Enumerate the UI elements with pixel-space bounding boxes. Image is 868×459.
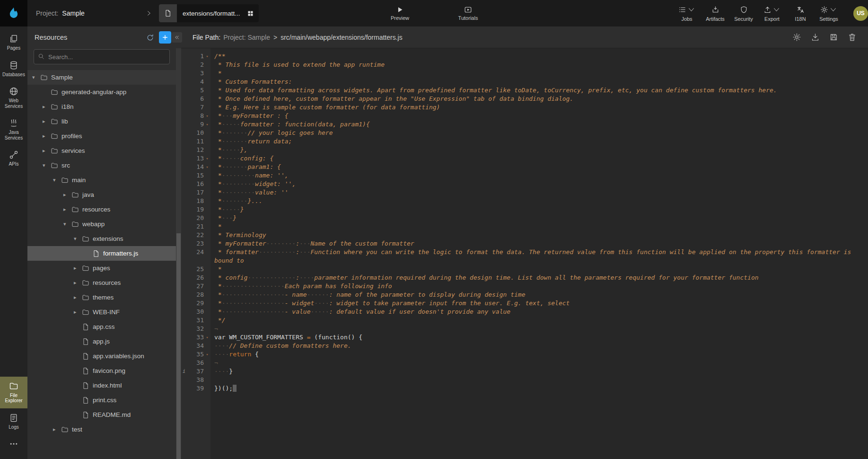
code-text[interactable]: *·······// your logic goes here (210, 129, 868, 137)
code-text[interactable]: *·····config: { (210, 154, 868, 163)
topbar-item-export[interactable]: Export (760, 5, 784, 22)
code-text[interactable]: * Used for data formatting across widget… (210, 86, 868, 95)
topbar-item-security[interactable]: Security (731, 5, 756, 22)
trash-button[interactable] (848, 33, 857, 42)
chevron-down-icon[interactable]: ▾ (63, 221, 71, 227)
code-text[interactable]: })(); (210, 384, 868, 393)
code-text[interactable]: * (210, 69, 868, 78)
fold-arrow-icon[interactable]: ▾ (204, 52, 210, 61)
chevron-right-icon[interactable]: ▸ (43, 104, 51, 110)
tree-item-favicon-png[interactable]: favicon.png (27, 363, 176, 378)
chevron-right-icon[interactable] (146, 9, 152, 18)
open-file-tab[interactable]: extensions/formatt... (159, 4, 259, 22)
code-text[interactable]: *·····} (210, 205, 868, 214)
rail-item-pages[interactable]: Pages (0, 29, 27, 56)
code-text[interactable]: *·······}... (210, 197, 868, 205)
tree-item-app-js[interactable]: app.js (27, 334, 176, 349)
tree-scrollbar-thumb[interactable] (176, 233, 181, 459)
chevron-right-icon[interactable]: ▸ (43, 133, 51, 139)
rail-item-more[interactable] (0, 434, 27, 453)
tree-item-resources[interactable]: ▸resources (27, 275, 176, 290)
tree-item-i18n[interactable]: ▸i18n (27, 99, 176, 114)
code-text[interactable]: *·······return data; (210, 137, 868, 146)
topbar-item-jobs[interactable]: Jobs (675, 5, 699, 22)
code-text[interactable]: * E.g. Here is sample custom formatter (… (210, 103, 868, 112)
save-button[interactable] (829, 33, 838, 42)
fold-arrow-icon[interactable]: ▾ (204, 350, 210, 359)
tree-item-print-css[interactable]: print.css (27, 393, 176, 407)
topbar-item-tutorials[interactable]: Tutorials (456, 6, 481, 21)
tree-item-readme-md[interactable]: README.md (27, 407, 176, 422)
tree-item-web-inf[interactable]: ▸WEB-INF (27, 305, 176, 319)
download-button[interactable] (811, 33, 820, 42)
topbar-item-i18n[interactable]: I18N (788, 5, 813, 22)
code-text[interactable]: */ (210, 316, 868, 325)
chevron-right-icon[interactable]: ▸ (74, 294, 82, 300)
code-text[interactable]: * (210, 222, 868, 231)
code-text[interactable]: *·····formatter : function(data, param1)… (210, 120, 868, 129)
chevron-right-icon[interactable]: ▸ (53, 426, 61, 433)
search-input[interactable] (34, 49, 170, 64)
fold-arrow-icon[interactable]: ▾ (204, 163, 210, 171)
tree-item-test[interactable]: ▸test (27, 422, 176, 437)
gear-button[interactable] (792, 33, 801, 42)
chevron-right-icon[interactable]: ▸ (43, 148, 51, 154)
code-text[interactable]: var WM_CUSTOM_FORMATTERS = (function() { (210, 333, 868, 342)
collapse-panel-button[interactable] (172, 32, 182, 43)
chevron-right-icon[interactable]: ▸ (43, 118, 51, 124)
chevron-right-icon[interactable]: ▸ (74, 280, 82, 286)
chevron-right-icon[interactable]: ▸ (63, 192, 71, 198)
rail-item-java-services[interactable]: Java Services (0, 114, 27, 145)
code-text[interactable] (210, 376, 868, 384)
code-text[interactable]: ¬ (210, 359, 868, 367)
topbar-item-preview[interactable]: Preview (388, 6, 412, 21)
chevron-right-icon[interactable]: ▸ (63, 206, 71, 212)
topbar-item-settings[interactable]: Settings (816, 5, 841, 22)
code-text[interactable]: * myFormatter········:···Name of the cus… (210, 239, 868, 248)
code-text[interactable]: /** (210, 52, 868, 61)
code-text[interactable]: * Custom Formatters: (210, 78, 868, 86)
code-text[interactable]: * (210, 265, 868, 274)
tree-item-app-css[interactable]: app.css (27, 319, 176, 334)
code-text[interactable]: * Once defined here, custom formatter ap… (210, 95, 868, 103)
code-text[interactable]: ¬ (210, 325, 868, 333)
code-text[interactable]: ····return { (210, 350, 868, 359)
code-text[interactable]: ····} (210, 367, 868, 376)
code-text[interactable]: *·······param1: { (210, 163, 868, 171)
tree-item-extensions[interactable]: ▾extensions (27, 231, 176, 246)
code-text[interactable]: *·········name: '', (210, 171, 868, 180)
fold-arrow-icon[interactable]: ▾ (204, 333, 210, 342)
plus-button[interactable] (159, 31, 171, 44)
code-text[interactable]: ····// Define custom formatters here. (210, 342, 868, 350)
tree-item-app-variables-json[interactable]: app.variables.json (27, 349, 176, 363)
chevron-down-icon[interactable]: ▾ (43, 162, 51, 168)
code-text[interactable]: * config·············:····parameter info… (210, 274, 868, 282)
code-text[interactable]: * This file is used to extend the app ru… (210, 61, 868, 69)
rail-item-logs[interactable]: Logs (0, 408, 27, 435)
tree-scrollbar-track[interactable] (176, 48, 181, 459)
code-text[interactable]: *···} (210, 214, 868, 222)
code-text[interactable]: *···myFormatter : { (210, 112, 868, 120)
rail-item-file-explorer[interactable]: File Explorer (0, 377, 27, 408)
tree-item-generated-angular-app[interactable]: generated-angular-app (27, 85, 176, 99)
tree-item-main[interactable]: ▾main (27, 173, 176, 187)
tree-item-index-html[interactable]: index.html (27, 378, 176, 393)
grid-icon[interactable] (247, 10, 254, 17)
tree-item-webapp[interactable]: ▾webapp (27, 217, 176, 231)
code-text[interactable]: * Terminology (210, 231, 868, 239)
wavemaker-logo-icon[interactable] (0, 0, 27, 26)
chevron-right-icon[interactable]: ▸ (74, 309, 82, 315)
tree-item-resources[interactable]: ▸resources (27, 202, 176, 217)
code-text[interactable]: * formatter··········:···Function where … (210, 248, 868, 265)
tree-item-lib[interactable]: ▸lib (27, 114, 176, 129)
user-avatar[interactable]: US (853, 6, 868, 21)
fold-arrow-icon[interactable]: ▾ (204, 120, 210, 129)
fold-arrow-icon[interactable]: ▾ (204, 154, 210, 163)
refresh-button[interactable] (146, 34, 154, 42)
code-text[interactable]: *·················Each param has followi… (210, 282, 868, 291)
code-text[interactable]: *·················- value·····: default … (210, 308, 868, 316)
code-text[interactable]: *·················- widget····: widget t… (210, 299, 868, 308)
chevron-right-icon[interactable]: ▸ (74, 265, 82, 271)
chevron-down-icon[interactable]: ▾ (74, 236, 82, 242)
fold-arrow-icon[interactable]: ▾ (204, 112, 210, 120)
